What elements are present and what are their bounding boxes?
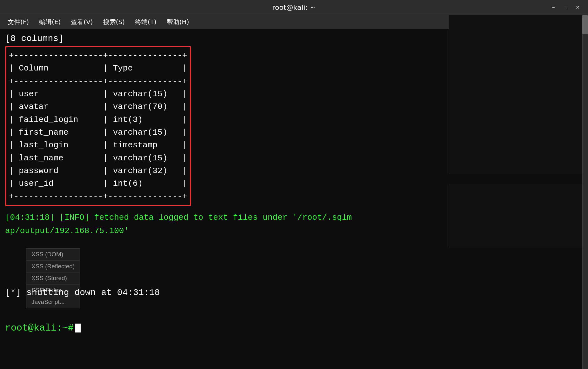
window-controls: − □ ✕ xyxy=(549,3,582,12)
table-row-user-id: | user_id | int(6) | xyxy=(9,179,187,188)
table-row-first-name: | first_name | varchar(15) | xyxy=(9,128,187,137)
table-row-last-login: | last_login | timestamp | xyxy=(9,140,187,150)
menu-view[interactable]: 查看(V) xyxy=(66,16,97,28)
table-row-user: | user | varchar(15) | xyxy=(9,89,187,99)
table-row-failed-login: | failed_login | int(3) | xyxy=(9,115,187,124)
titlebar: root@kali: ~ − □ ✕ xyxy=(0,0,588,15)
shutdown-line-container: [*] shutting down at 04:31:18 xyxy=(0,286,160,302)
table-border-bot: +------------------+---------------+ xyxy=(9,191,187,201)
minimize-button[interactable]: − xyxy=(549,3,558,12)
menu-search[interactable]: 搜索(S) xyxy=(99,16,129,28)
terminal-cursor xyxy=(75,324,81,332)
shutdown-line: [*] shutting down at 04:31:18 xyxy=(5,286,160,299)
window-title: root@kali: ~ xyxy=(272,3,316,11)
right-panel-top xyxy=(449,15,582,174)
schema-table-box: +------------------+---------------+ | C… xyxy=(5,46,191,206)
terminal-prompt: root@kali:~# xyxy=(5,321,81,335)
close-button[interactable]: ✕ xyxy=(573,3,582,12)
table-header-row: | Column | Type | xyxy=(9,64,187,73)
table-row-password: | password | varchar(32) | xyxy=(9,166,187,176)
prompt-container: root@kali:~# xyxy=(0,321,81,335)
table-row-last-name: | last_name | varchar(15) | xyxy=(9,153,187,163)
schema-table: +------------------+---------------+ | C… xyxy=(6,47,190,205)
side-menu-xss-stored[interactable]: XSS (Stored) xyxy=(26,272,80,285)
menu-file[interactable]: 文件(F) xyxy=(3,16,33,28)
right-panel-lower xyxy=(449,184,582,248)
menu-help[interactable]: 帮助(H) xyxy=(162,16,194,28)
scrollbar-thumb[interactable] xyxy=(582,15,588,34)
scrollbar-track[interactable] xyxy=(582,15,588,369)
side-menu-xss-dom[interactable]: XSS (DOM) xyxy=(26,248,80,261)
side-menu-xss-reflected[interactable]: XSS (Reflected) xyxy=(26,261,80,273)
menu-terminal[interactable]: 终端(T) xyxy=(130,16,161,28)
maximize-button[interactable]: □ xyxy=(561,3,570,12)
table-border-mid: +------------------+---------------+ xyxy=(9,77,187,86)
prompt-text: root@kali:~# xyxy=(5,321,74,335)
table-border-top: +------------------+---------------+ xyxy=(9,51,187,60)
menu-edit[interactable]: 编辑(E) xyxy=(35,16,65,28)
table-row-avatar: | avatar | varchar(70) | xyxy=(9,102,187,111)
